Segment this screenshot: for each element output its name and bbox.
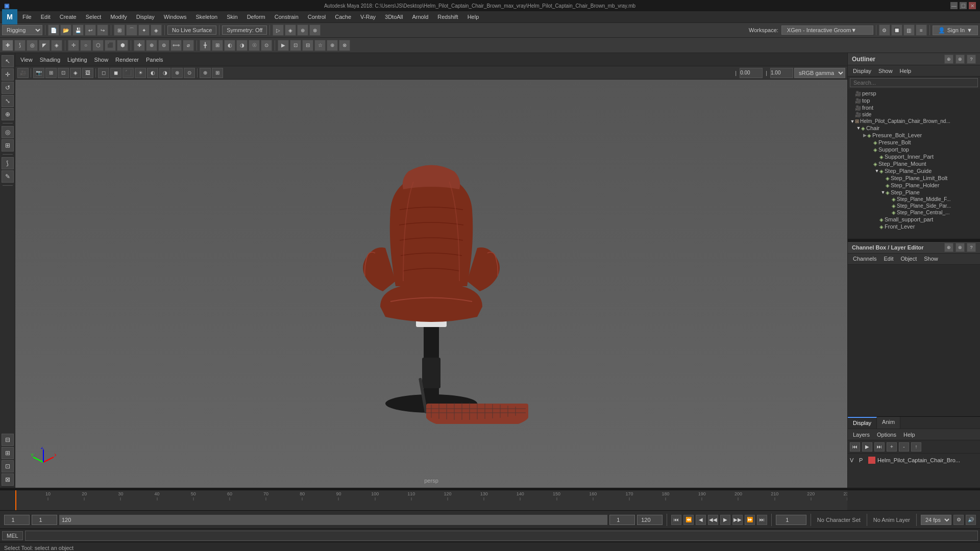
symmetry-button[interactable]: Symmetry: Off bbox=[222, 26, 267, 35]
snap2-button[interactable]: ⊞ bbox=[212, 40, 223, 51]
cb-icon3[interactable]: ? bbox=[967, 243, 976, 252]
menu-skin[interactable]: Skin bbox=[223, 13, 241, 21]
layer-color[interactable] bbox=[868, 457, 875, 464]
layer-add-btn[interactable]: + bbox=[887, 442, 897, 452]
playback-end-input[interactable] bbox=[637, 515, 663, 525]
transform-btn2[interactable]: ○ bbox=[80, 40, 91, 51]
tree-item-small-support[interactable]: ◈ Small_support_part bbox=[848, 216, 980, 223]
shadow-btn[interactable]: ◐ bbox=[147, 68, 158, 78]
paint-select-button[interactable]: ◎ bbox=[27, 40, 38, 51]
cb-icon2[interactable]: ⊗ bbox=[955, 243, 965, 252]
maximize-button[interactable]: ☐ bbox=[960, 2, 967, 9]
outliner-icon1[interactable]: ⊕ bbox=[944, 55, 953, 64]
settings-button[interactable]: ⚙ bbox=[879, 24, 890, 36]
tree-item-step-plane-central[interactable]: ◈ Step_Plane_Central_... bbox=[848, 209, 980, 216]
render6-button[interactable]: ⊗ bbox=[339, 40, 350, 51]
render2-button[interactable]: ⊡ bbox=[290, 40, 301, 51]
frame-start-input[interactable] bbox=[4, 515, 30, 525]
cb-icon1[interactable]: ⊕ bbox=[944, 243, 953, 252]
display-btn1[interactable]: ⊟ bbox=[2, 434, 14, 446]
viewport-menu-shading[interactable]: Shading bbox=[37, 56, 63, 64]
timeline-range-bar[interactable]: 120 bbox=[59, 515, 607, 525]
menu-skeleton[interactable]: Skeleton bbox=[191, 13, 222, 21]
playhead[interactable] bbox=[15, 490, 16, 510]
menu-control[interactable]: Control bbox=[304, 13, 330, 21]
viewport-menu-view[interactable]: View bbox=[17, 56, 36, 64]
viewport-4-btn[interactable]: ⊞ bbox=[212, 68, 223, 78]
display-btn3[interactable]: ⊡ bbox=[2, 460, 14, 472]
menu-redshift[interactable]: Redshift bbox=[433, 13, 462, 21]
hud-btn[interactable]: ◈ bbox=[70, 68, 81, 78]
snap3-button[interactable]: ◐ bbox=[224, 40, 235, 51]
mode-select[interactable]: Rigging Animation Modeling bbox=[2, 25, 42, 35]
menu-deform[interactable]: Deform bbox=[243, 13, 270, 21]
minimize-button[interactable]: — bbox=[950, 2, 958, 9]
tree-item-step-plane-holder[interactable]: ◈ Step_Plane_Holder bbox=[848, 182, 980, 189]
prev-key-btn[interactable]: ⏪ bbox=[683, 515, 694, 525]
transform-btn3[interactable]: ⬡ bbox=[92, 40, 104, 51]
gamma-input[interactable] bbox=[770, 68, 793, 78]
undo-button[interactable]: ↩ bbox=[85, 24, 96, 36]
show-manip-tool[interactable]: ⊞ bbox=[2, 139, 14, 152]
snap4-button[interactable]: ◑ bbox=[236, 40, 248, 51]
current-frame-display[interactable] bbox=[776, 515, 806, 525]
ui-button[interactable]: 🔲 bbox=[891, 24, 902, 36]
sculpt-button[interactable]: ⌀ bbox=[183, 40, 194, 51]
layer-up-btn[interactable]: ↑ bbox=[911, 442, 921, 452]
new-file-button[interactable]: 📄 bbox=[48, 24, 59, 36]
cb-menu-channels[interactable]: Channels bbox=[850, 255, 879, 263]
select-mode1[interactable]: ◤ bbox=[39, 40, 50, 51]
tree-item-side[interactable]: 🎥 side bbox=[848, 111, 980, 118]
render5-button[interactable]: ⊕ bbox=[327, 40, 338, 51]
tree-item-pbolt-lever[interactable]: ▶ ◈ Presure_Bolt_Lever bbox=[848, 132, 980, 139]
snap-surface-button[interactable]: ◈ bbox=[151, 24, 162, 36]
outliner-search-input[interactable] bbox=[850, 78, 978, 87]
tree-item-step-plane-guide[interactable]: ▼ ◈ Step_Plane_Guide bbox=[848, 167, 980, 174]
menu-constrain[interactable]: Constrain bbox=[271, 13, 303, 21]
display-tab[interactable]: Display bbox=[848, 417, 877, 429]
render4-button[interactable]: ☆ bbox=[314, 40, 326, 51]
viewport-menu-panels[interactable]: Panels bbox=[143, 56, 166, 64]
sound-btn[interactable]: 🔊 bbox=[966, 515, 976, 525]
grid-btn[interactable]: ⊞ bbox=[45, 68, 57, 78]
goto-end-btn[interactable]: ⏭ bbox=[757, 515, 767, 525]
script-input[interactable] bbox=[25, 531, 978, 541]
tree-item-front[interactable]: 🎥 front bbox=[848, 104, 980, 111]
scale-tool[interactable]: ⤡ bbox=[2, 95, 14, 107]
layer-play-btn[interactable]: ▶ bbox=[862, 442, 872, 452]
tree-item-persp[interactable]: 🎥 persp bbox=[848, 90, 980, 97]
tree-item-step-plane-side[interactable]: ◈ Step_Plane_Side_Par... bbox=[848, 203, 980, 209]
panel-button[interactable]: ▥ bbox=[903, 24, 915, 36]
universal-tool[interactable]: ⊕ bbox=[2, 108, 14, 120]
outliner-menu-help[interactable]: Help bbox=[897, 67, 915, 75]
viewport[interactable]: View Shading Lighting Show Renderer Pane… bbox=[15, 53, 847, 488]
snap-point-button[interactable]: ✦ bbox=[138, 24, 150, 36]
move-tool[interactable]: ✛ bbox=[2, 68, 14, 81]
tree-item-step-plane[interactable]: ▼ ◈ Step_Plane bbox=[848, 189, 980, 196]
tool3-button[interactable]: ⊕ bbox=[297, 24, 308, 36]
timeline-ruler[interactable]: 1102030405060708090100110120130140150160… bbox=[15, 490, 847, 510]
tree-item-top[interactable]: 🎥 top bbox=[848, 97, 980, 104]
viewport-menu-show[interactable]: Show bbox=[91, 56, 112, 64]
outliner-icon3[interactable]: ? bbox=[967, 55, 976, 64]
color-mode-select[interactable]: sRGB gamma Linear bbox=[794, 68, 845, 78]
image-plane-btn[interactable]: 🖼 bbox=[82, 68, 93, 78]
snap6-button[interactable]: ⊙ bbox=[261, 40, 272, 51]
dam-layers[interactable]: Layers bbox=[850, 431, 873, 439]
lasso-select-button[interactable]: ⟆ bbox=[14, 40, 26, 51]
layer-next-btn[interactable]: ⏭ bbox=[874, 442, 885, 452]
dam-options[interactable]: Options bbox=[874, 431, 899, 439]
save-file-button[interactable]: 💾 bbox=[72, 24, 84, 36]
redo-button[interactable]: ↪ bbox=[97, 24, 108, 36]
mel-tab[interactable]: MEL bbox=[2, 531, 23, 540]
snap5-button[interactable]: ☉ bbox=[249, 40, 260, 51]
tree-item-pbolt[interactable]: ◈ Presure_Bolt bbox=[848, 139, 980, 146]
play-fwd-btn[interactable]: ▶ bbox=[720, 515, 730, 525]
tool4-button[interactable]: ⊗ bbox=[309, 24, 321, 36]
transform-btn1[interactable]: ✛ bbox=[68, 40, 79, 51]
viewport-2-btn[interactable]: ⊕ bbox=[200, 68, 211, 78]
layer-prev-btn[interactable]: ⏮ bbox=[850, 442, 860, 452]
motion-blur-btn[interactable]: ⊙ bbox=[184, 68, 195, 78]
menu-create[interactable]: Create bbox=[56, 13, 81, 21]
render3-button[interactable]: ⊟ bbox=[302, 40, 313, 51]
